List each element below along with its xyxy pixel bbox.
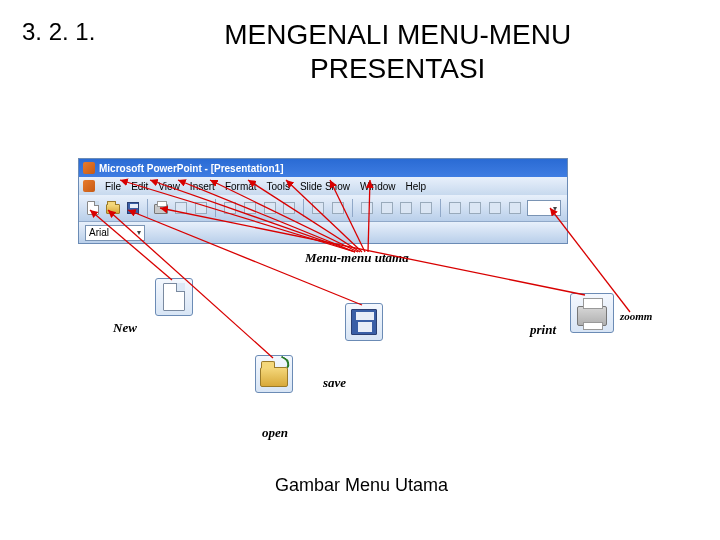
font-name-value: Arial bbox=[89, 227, 109, 238]
open-button[interactable] bbox=[105, 199, 121, 217]
paste-button[interactable] bbox=[262, 199, 278, 217]
powerpoint-doc-icon bbox=[83, 180, 95, 192]
heading-row: 3. 2. 1. MENGENALI MENU-MENU PRESENTASI bbox=[0, 0, 720, 85]
tables-borders-button[interactable] bbox=[399, 199, 415, 217]
redo-icon bbox=[332, 202, 344, 214]
zoom-selector[interactable]: ▾ bbox=[527, 200, 561, 216]
format-painter-button[interactable] bbox=[281, 199, 297, 217]
page-title: MENGENALI MENU-MENU PRESENTASI bbox=[155, 18, 720, 85]
menu-help[interactable]: Help bbox=[406, 181, 427, 192]
menu-edit[interactable]: Edit bbox=[131, 181, 148, 192]
save-floppy-icon bbox=[351, 309, 377, 335]
menu-insert[interactable]: Insert bbox=[190, 181, 215, 192]
label-save: save bbox=[323, 375, 346, 391]
chart-icon bbox=[361, 202, 373, 214]
print-preview-button[interactable] bbox=[173, 199, 189, 217]
menu-window[interactable]: Window bbox=[360, 181, 396, 192]
expand-all-button[interactable] bbox=[447, 199, 463, 217]
preview-icon bbox=[175, 202, 187, 214]
toolbar-divider bbox=[303, 199, 304, 217]
new-button[interactable] bbox=[85, 199, 101, 217]
figure-caption: Gambar Menu Utama bbox=[275, 475, 448, 496]
insert-table-button[interactable] bbox=[379, 199, 395, 217]
chevron-down-icon: ▾ bbox=[553, 204, 557, 213]
powerpoint-logo-icon bbox=[83, 162, 95, 174]
printer-icon bbox=[577, 306, 607, 326]
standard-toolbar: ▾ bbox=[79, 195, 567, 221]
label-print: print bbox=[530, 322, 556, 338]
powerpoint-toolbar-screenshot: Microsoft PowerPoint - [Presentation1] F… bbox=[78, 158, 568, 244]
open-folder-icon bbox=[106, 204, 120, 214]
cut-button[interactable] bbox=[222, 199, 238, 217]
insert-hyperlink-button[interactable] bbox=[418, 199, 434, 217]
open-folder-icon bbox=[260, 367, 288, 387]
undo-button[interactable] bbox=[310, 199, 326, 217]
expand-icon bbox=[449, 202, 461, 214]
toolbar-divider bbox=[147, 199, 148, 217]
format-painter-icon bbox=[283, 202, 295, 214]
callout-save-icon bbox=[345, 303, 383, 341]
font-name-selector[interactable]: Arial ▾ bbox=[85, 225, 145, 241]
copy-icon bbox=[244, 202, 256, 214]
printer-icon bbox=[154, 204, 168, 214]
grid-icon bbox=[489, 202, 501, 214]
callout-print-icon bbox=[570, 293, 614, 333]
menu-file[interactable]: File bbox=[105, 181, 121, 192]
callout-new-icon bbox=[155, 278, 193, 316]
insert-chart-button[interactable] bbox=[359, 199, 375, 217]
save-button[interactable] bbox=[125, 199, 141, 217]
print-button[interactable] bbox=[153, 199, 169, 217]
formatting-icon bbox=[469, 202, 481, 214]
window-title-text: Microsoft PowerPoint - [Presentation1] bbox=[99, 163, 283, 174]
save-floppy-icon bbox=[127, 202, 139, 214]
cut-icon bbox=[224, 202, 236, 214]
window-titlebar: Microsoft PowerPoint - [Presentation1] bbox=[79, 159, 567, 177]
undo-icon bbox=[312, 202, 324, 214]
menu-tools[interactable]: Tools bbox=[267, 181, 290, 192]
show-formatting-button[interactable] bbox=[467, 199, 483, 217]
label-open: open bbox=[262, 425, 288, 441]
label-new: New bbox=[113, 320, 137, 336]
show-grid-button[interactable] bbox=[487, 199, 503, 217]
new-document-icon bbox=[163, 283, 185, 311]
label-menu-utama: Menu-menu utama bbox=[305, 250, 409, 266]
toolbar-divider bbox=[215, 199, 216, 217]
paste-icon bbox=[264, 202, 276, 214]
copy-button[interactable] bbox=[242, 199, 258, 217]
redo-button[interactable] bbox=[330, 199, 346, 217]
formatting-toolbar: Arial ▾ bbox=[79, 221, 567, 243]
menu-view[interactable]: View bbox=[158, 181, 180, 192]
menu-format[interactable]: Format bbox=[225, 181, 257, 192]
toolbar-divider bbox=[352, 199, 353, 217]
title-line-2: PRESENTASI bbox=[310, 53, 485, 84]
title-line-1: MENGENALI MENU-MENU bbox=[224, 19, 571, 50]
color-icon bbox=[509, 202, 521, 214]
menu-bar: File Edit View Insert Format Tools Slide… bbox=[79, 177, 567, 195]
toolbar-divider bbox=[440, 199, 441, 217]
color-button[interactable] bbox=[507, 199, 523, 217]
spellcheck-icon bbox=[195, 202, 207, 214]
section-number: 3. 2. 1. bbox=[22, 18, 95, 46]
chevron-down-icon: ▾ bbox=[137, 228, 141, 237]
borders-icon bbox=[400, 202, 412, 214]
table-icon bbox=[381, 202, 393, 214]
spelling-button[interactable] bbox=[193, 199, 209, 217]
new-document-icon bbox=[87, 201, 99, 215]
hyperlink-icon bbox=[420, 202, 432, 214]
label-zoom: zoomm bbox=[620, 310, 652, 322]
callout-open-icon bbox=[255, 355, 293, 393]
menu-slideshow[interactable]: Slide Show bbox=[300, 181, 350, 192]
